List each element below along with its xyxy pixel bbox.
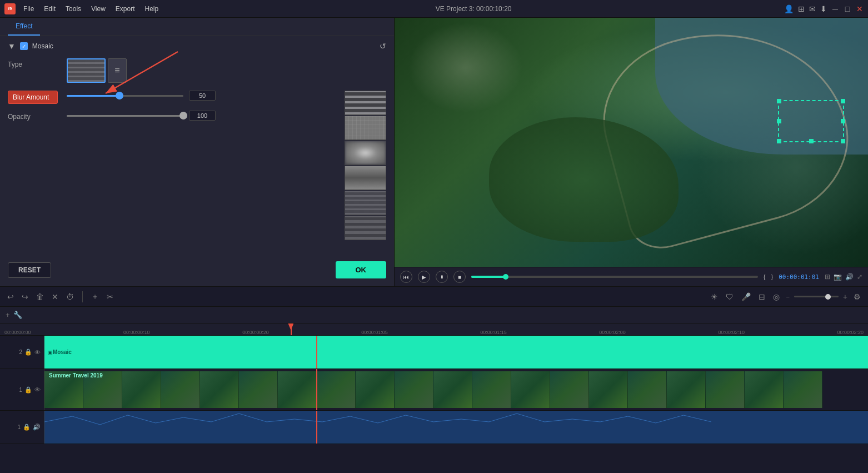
- opacity-slider[interactable]: [67, 115, 183, 117]
- fullscreen-icon[interactable]: ⤢: [857, 273, 862, 281]
- menu-items: File Edit Tools View Export Help: [19, 4, 163, 14]
- cut-icon[interactable]: ✕: [50, 291, 60, 303]
- thumb-9: [356, 371, 395, 408]
- type-item-5[interactable]: [345, 191, 386, 215]
- rewind-button[interactable]: ⏮: [400, 271, 412, 283]
- camera-icon[interactable]: 📷: [834, 273, 842, 281]
- close-button[interactable]: ✕: [856, 5, 864, 13]
- type-item-6[interactable]: [345, 216, 386, 240]
- track-eye-1[interactable]: 👁: [34, 386, 41, 393]
- bracket-left-icon[interactable]: {: [764, 273, 766, 280]
- menu-export[interactable]: Export: [111, 4, 139, 14]
- timeline-header: + 🔧: [0, 307, 868, 323]
- video-clip-label: Summer Travel 2019: [49, 372, 103, 379]
- ruler-mark-5: 00:00:02:00: [599, 330, 626, 335]
- menu-tools[interactable]: Tools: [61, 4, 86, 14]
- layout-icon[interactable]: ⊟: [757, 291, 767, 303]
- track-lock-audio[interactable]: 🔒: [23, 424, 31, 431]
- track-row-effect: 2 🔒 👁 ▣ Mosaic: [0, 336, 868, 369]
- opacity-row: Opacity: [8, 111, 336, 125]
- mosaic-checkbox[interactable]: ✓: [20, 42, 28, 50]
- pause-button[interactable]: ⏸: [436, 271, 448, 283]
- type-item-1[interactable]: [345, 91, 386, 115]
- menu-file[interactable]: File: [19, 4, 38, 14]
- timeline-area: + 🔧 00:00:00:00 00:00:00:10 00:00:00:20 …: [0, 306, 868, 473]
- type-item-4[interactable]: [345, 166, 386, 190]
- type-item-3[interactable]: [345, 141, 386, 165]
- slider-section: Blur Amount: [8, 91, 336, 240]
- track-label-2: 2 🔒 👁: [0, 336, 44, 369]
- type-list: [345, 91, 386, 240]
- zoom-bar[interactable]: [794, 296, 839, 297]
- zoom-out-icon[interactable]: −: [786, 293, 789, 300]
- profile-icon[interactable]: 👤: [784, 4, 794, 13]
- sun-icon[interactable]: ☀: [709, 291, 720, 303]
- type-thumb-blur-selected[interactable]: [67, 58, 106, 83]
- effect-tab[interactable]: Effect: [8, 18, 40, 36]
- zoom-thumb[interactable]: [825, 294, 831, 300]
- circle-icon[interactable]: ◎: [771, 291, 781, 303]
- blur-amount-value[interactable]: [189, 91, 216, 101]
- screenshot-icon[interactable]: ⊞: [825, 273, 830, 281]
- redo-icon[interactable]: ↪: [20, 291, 30, 303]
- main-area: Effect ▼ ✓ Mosaic ↺ Type: [0, 18, 868, 286]
- thumb-13: [511, 371, 550, 408]
- track-lock-2[interactable]: 🔒: [24, 348, 32, 356]
- video-background: [395, 18, 868, 267]
- progress-bar[interactable]: [471, 276, 758, 278]
- volume-icon[interactable]: 🔊: [845, 273, 854, 281]
- timer-icon[interactable]: ⏱: [64, 291, 76, 303]
- tl-magnet-icon[interactable]: 🔧: [13, 311, 22, 319]
- thumb-17: [667, 371, 706, 408]
- timeline-ruler: 00:00:00:00 00:00:00:10 00:00:00:20 00:0…: [0, 323, 868, 336]
- shield-icon[interactable]: 🛡: [724, 291, 735, 303]
- menu-help[interactable]: Help: [141, 4, 163, 14]
- menu-edit[interactable]: Edit: [39, 4, 60, 14]
- type-thumb-mosaic-alt[interactable]: ≡: [108, 58, 127, 83]
- reset-rotation-icon[interactable]: ↺: [380, 42, 386, 51]
- track-lock-1[interactable]: 🔒: [24, 386, 32, 394]
- tl-add-icon[interactable]: +: [6, 311, 10, 319]
- download-icon[interactable]: ⬇: [820, 4, 827, 13]
- minimize-button[interactable]: ─: [831, 5, 839, 13]
- mosaic-collapse-icon[interactable]: ▼: [8, 42, 16, 51]
- ruler-mark-3: 00:00:01:05: [361, 330, 388, 335]
- track-volume-audio[interactable]: 🔊: [33, 424, 41, 431]
- track-eye-2[interactable]: 👁: [34, 349, 41, 356]
- track-content-video: Summer Travel 2019: [44, 369, 868, 410]
- zoom-in-icon[interactable]: +: [843, 292, 847, 301]
- grid-icon[interactable]: ⊞: [798, 4, 805, 13]
- blur-amount-slider[interactable]: [67, 95, 183, 97]
- add-track-icon[interactable]: ＋: [89, 290, 101, 303]
- progress-thumb[interactable]: [503, 274, 508, 280]
- track-label-audio: 1 🔒 🔊: [0, 411, 44, 444]
- type-item-2[interactable]: [345, 116, 386, 140]
- mic-icon[interactable]: 🎤: [740, 291, 752, 303]
- delete-icon[interactable]: 🗑: [34, 291, 46, 303]
- opacity-value[interactable]: [189, 111, 216, 121]
- playhead-ruler: [291, 323, 292, 335]
- play-button[interactable]: ▶: [418, 271, 430, 283]
- ruler-mark-6: 00:00:02:10: [718, 330, 745, 335]
- undo-icon[interactable]: ↩: [6, 291, 16, 303]
- reset-button[interactable]: RESET: [8, 262, 51, 278]
- audio-clip[interactable]: [44, 411, 868, 444]
- track-label-1: 1 🔒 👁: [0, 369, 44, 410]
- time-display: 00:00:01:01: [779, 273, 819, 281]
- mail-icon[interactable]: ✉: [809, 4, 816, 13]
- bracket-right-icon[interactable]: }: [771, 273, 773, 280]
- ruler-mark-2: 00:00:00:20: [242, 330, 269, 335]
- toolbar-divider: [82, 291, 83, 302]
- maximize-button[interactable]: □: [844, 5, 851, 13]
- track-row-video: 1 🔒 👁 Summer Travel 2019: [0, 369, 868, 411]
- playback-bar: ⏮ ▶ ⏸ ■ { } 00:00:01:01 ⊞ 📷 🔊 ⤢: [395, 267, 868, 286]
- stop-button[interactable]: ■: [453, 271, 466, 283]
- menu-view[interactable]: View: [87, 4, 110, 14]
- thumb-19: [745, 371, 784, 408]
- settings-icon[interactable]: ⚙: [852, 291, 862, 303]
- mosaic-clip[interactable]: ▣ Mosaic: [44, 336, 868, 369]
- scissors-icon[interactable]: ✂: [105, 291, 115, 303]
- ok-button[interactable]: OK: [336, 261, 387, 278]
- progress-fill: [471, 276, 506, 278]
- type-panel: ≡: [67, 58, 127, 85]
